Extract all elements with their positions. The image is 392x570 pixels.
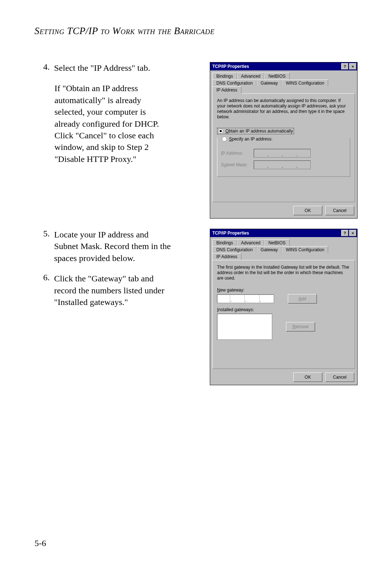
help-button[interactable]: ? xyxy=(341,230,348,236)
tab-netbios[interactable]: NetBIOS xyxy=(264,73,289,80)
dialog-titlebar: TCP/IP Properties ? × xyxy=(210,229,357,237)
tcpip-properties-dialog-ipaddress: TCP/IP Properties ? × Bindings Advanced … xyxy=(210,62,358,219)
tab-wins-configuration[interactable]: WINS Configuration xyxy=(282,80,328,86)
radio-obtain-auto[interactable]: Obtain an IP address automatically xyxy=(217,128,294,134)
ip-address-description: An IP address can be automatically assig… xyxy=(217,98,350,120)
radio-dot-icon xyxy=(218,129,223,134)
dialog-button-row: OK Cancel xyxy=(210,371,357,385)
step-4-text-column: 4. Select the "IP Address" tab. If "Obta… xyxy=(34,62,172,165)
tab-netbios[interactable]: NetBIOS xyxy=(264,239,289,246)
document-page: { "heading": "Setting TCP/IP to Work wit… xyxy=(0,0,392,570)
radio-specify-ip[interactable]: Specify an IP address: xyxy=(221,137,273,142)
step-text: Locate your IP address and Subnet Mask. … xyxy=(54,229,172,264)
ok-button[interactable]: OK xyxy=(293,206,322,215)
tab-wins-configuration[interactable]: WINS Configuration xyxy=(282,246,328,253)
cancel-button[interactable]: Cancel xyxy=(325,372,354,382)
subnet-mask-input[interactable]: ... xyxy=(254,160,311,169)
ok-button[interactable]: OK xyxy=(293,372,322,382)
step-5-6-row: 5. Locate your IP address and Subnet Mas… xyxy=(34,229,358,385)
tab-ip-address[interactable]: IP Address xyxy=(212,86,241,94)
tab-panel-ip-address: An IP address can be automatically assig… xyxy=(212,93,355,202)
step-text: Select the "IP Address" tab. xyxy=(54,62,150,74)
tab-gateway[interactable]: Gateway xyxy=(257,246,282,253)
tab-panel-gateway: The first gateway in the Installed Gatew… xyxy=(212,260,355,369)
dialog-titlebar: TCP/IP Properties ? × xyxy=(210,62,357,70)
tab-row-2: DNS Configuration Gateway WINS Configura… xyxy=(212,80,355,93)
gateway-description: The first gateway in the Installed Gatew… xyxy=(217,265,350,281)
tab-advanced[interactable]: Advanced xyxy=(237,239,264,246)
section-heading: Setting TCP/IP to Work with the Barricad… xyxy=(34,25,358,37)
step-number: 4. xyxy=(34,62,54,74)
step-number: 5. xyxy=(34,229,54,264)
installed-gateways-listbox[interactable] xyxy=(217,314,272,340)
specify-ip-group: Specify an IP address: IP Address: ... S… xyxy=(217,138,350,177)
close-button[interactable]: × xyxy=(349,63,356,70)
subnet-mask-label: Subnet Mask: xyxy=(221,162,254,167)
installed-gateways-group: Installed gateways: Remove xyxy=(217,307,350,340)
step-number: 6. xyxy=(34,273,54,308)
tab-gateway[interactable]: Gateway xyxy=(257,80,282,86)
tab-row-1: Bindings Advanced NetBIOS xyxy=(212,239,355,246)
page-number: 5-6 xyxy=(34,538,46,548)
step-4-row: 4. Select the "IP Address" tab. If "Obta… xyxy=(34,62,358,219)
new-gateway-input[interactable]: ... xyxy=(217,294,274,303)
new-gateway-group: New gateway: ... Add xyxy=(217,288,350,304)
dialog-button-row: OK Cancel xyxy=(210,204,357,218)
cancel-button[interactable]: Cancel xyxy=(325,206,354,215)
tab-row-2: DNS Configuration Gateway WINS Configura… xyxy=(212,246,355,260)
radio-dot-icon xyxy=(222,137,227,142)
dialog-title: TCP/IP Properties xyxy=(212,64,340,69)
tab-bindings[interactable]: Bindings xyxy=(212,73,237,80)
radio-obtain-auto-label: Obtain an IP address automatically xyxy=(225,129,293,134)
add-button[interactable]: Add xyxy=(288,294,317,304)
radio-specify-ip-label: Specify an IP address: xyxy=(229,137,273,142)
new-gateway-label: New gateway: xyxy=(217,288,350,293)
close-button[interactable]: × xyxy=(349,230,356,236)
step-text: Click the "Gateway" tab and record the n… xyxy=(54,273,172,308)
step-4-explanation: If "Obtain an IP address automatically" … xyxy=(34,82,172,165)
ip-address-label: IP Address: xyxy=(221,151,254,156)
tab-bindings[interactable]: Bindings xyxy=(212,239,237,246)
tab-dns-configuration[interactable]: DNS Configuration xyxy=(212,80,257,86)
tab-row-1: Bindings Advanced NetBIOS xyxy=(212,73,355,80)
dialog-title: TCP/IP Properties xyxy=(212,231,340,236)
tab-advanced[interactable]: Advanced xyxy=(237,73,264,80)
remove-button[interactable]: Remove xyxy=(286,322,315,331)
tab-ip-address[interactable]: IP Address xyxy=(212,253,241,260)
step-5-6-text-column: 5. Locate your IP address and Subnet Mas… xyxy=(34,229,172,317)
tcpip-properties-dialog-gateway: TCP/IP Properties ? × Bindings Advanced … xyxy=(210,229,358,385)
installed-gateways-label: Installed gateways: xyxy=(217,307,350,312)
ip-address-input[interactable]: ... xyxy=(254,149,311,158)
tab-dns-configuration[interactable]: DNS Configuration xyxy=(212,246,257,253)
help-button[interactable]: ? xyxy=(341,63,348,70)
